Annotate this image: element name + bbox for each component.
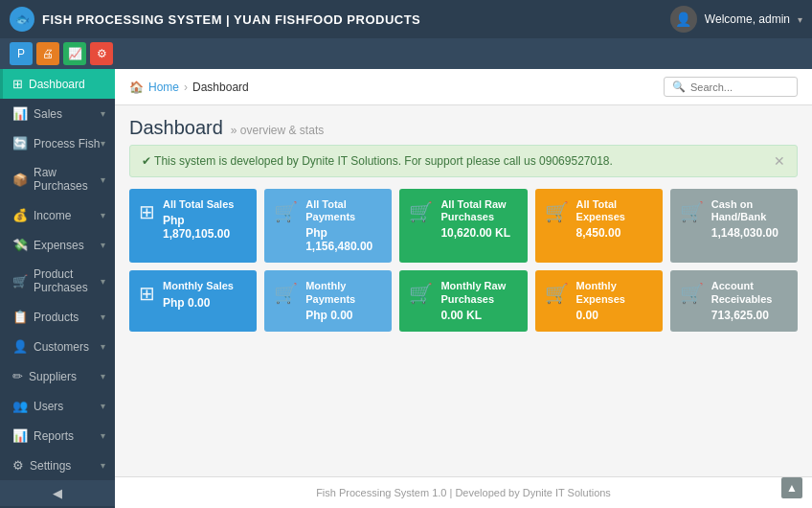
footer: Fish Processing System 1.0 | Developed b… [115,476,812,508]
page-subtitle: » overview & stats [231,124,324,137]
stat-value-total-raw-purchases: 10,620.00 KL [440,226,517,240]
user-dropdown-arrow[interactable]: ▾ [798,14,802,25]
sidebar-label-users: Users [34,400,63,413]
sidebar-item-settings[interactable]: ⚙ Settings ▾ [0,450,115,480]
sidebar-item-sales[interactable]: 📊 Sales ▾ [0,99,115,128]
sidebar-label-product-purchases: Product Purchases [34,267,101,294]
products-icon: 📋 [12,310,28,324]
footer-text: Fish Processing System 1.0 | Developed b… [316,487,611,498]
stat-card-monthly-sales[interactable]: ⊞ Monthly Sales Php 0.00 [129,270,257,331]
sidebar-collapse-button[interactable]: ◀ [0,480,115,506]
user-avatar: 👤 [670,6,697,33]
stat-value-total-sales: Php 1,870,105.00 [163,214,247,241]
products-arrow-icon: ▾ [101,312,105,322]
sidebar-label-dashboard: Dashboard [29,78,85,91]
home-icon: 🏠 [129,81,144,94]
stat-card-monthly-raw-purchases[interactable]: 🛒 Monthly Raw Purchases 0.00 KL [399,270,527,331]
stat-card-cash-on-hand[interactable]: 🛒 Cash on Hand/Bank 1,148,030.00 [670,189,798,263]
content-wrapper: 🏠 Home › Dashboard 🔍 Dashboard » overvie… [115,69,812,508]
sidebar-item-customers[interactable]: 👤 Customers ▾ [0,332,115,361]
income-arrow-icon: ▾ [101,210,105,220]
stat-label-monthly-sales: Monthly Sales [163,280,247,292]
stat-value-account-receivables: 713,625.00 [711,309,788,322]
toolbar-btn-chart[interactable]: 📈 [63,42,86,65]
raw-purchases-icon: 📦 [12,173,28,187]
sidebar-item-income[interactable]: 💰 Income ▾ [0,200,115,230]
process-fish-icon: 🔄 [12,136,28,150]
toolbar-btn-settings[interactable]: ⚙ [90,42,113,65]
alert-close-button[interactable]: ✕ [774,153,785,169]
stat-card-total-payments[interactable]: 🛒 All Total Payments Php 1,156,480.00 [264,189,392,263]
stat-icon-monthly-payments: 🛒 [274,282,298,305]
stat-value-monthly-raw-purchases: 0.00 KL [440,309,517,322]
stat-card-monthly-expenses[interactable]: 🛒 Monthly Expenses 0.00 [535,270,663,331]
sidebar-item-dashboard[interactable]: ⊞ Dashboard [0,69,115,99]
sidebar-label-process-fish: Process Fish [34,137,100,150]
settings-arrow-icon: ▾ [101,460,105,471]
breadcrumb-separator: › [184,81,188,94]
stat-card-total-expenses[interactable]: 🛒 All Total Expenses 8,450.00 [535,189,663,263]
top-bar-right: 👤 Welcome, admin ▾ [670,6,802,33]
sidebar-label-raw-purchases: Raw Purchases [34,166,101,193]
breadcrumb-bar: 🏠 Home › Dashboard 🔍 [115,69,812,105]
stat-icon-monthly-sales: ⊞ [139,282,155,305]
settings-icon: ⚙ [12,458,24,473]
stat-value-total-payments: Php 1,156,480.00 [305,226,382,253]
sidebar-item-reports[interactable]: 📊 Reports ▾ [0,421,115,450]
search-box[interactable]: 🔍 [664,77,798,97]
stat-card-account-receivables[interactable]: 🛒 Account Receivables 713,625.00 [670,270,798,331]
scroll-top-button[interactable]: ▲ [781,477,802,498]
logo-icon: 🐟 [10,7,34,32]
customers-icon: 👤 [12,339,28,354]
sidebar-label-suppliers: Suppliers [29,370,77,383]
stat-icon-monthly-expenses: 🛒 [545,282,569,305]
users-arrow-icon: ▾ [101,401,105,411]
product-purchases-arrow-icon: ▾ [101,276,105,287]
welcome-text: Welcome, admin [705,12,790,26]
sidebar-label-expenses: Expenses [34,239,84,252]
stat-icon-total-expenses: 🛒 [545,200,569,223]
stat-value-cash-on-hand: 1,148,030.00 [711,226,788,240]
search-icon: 🔍 [672,81,686,93]
toolbar-btn-p[interactable]: P [10,42,33,65]
app-title: FISH PROCESSING SYSTEM | YUAN FISHFOOD P… [42,12,420,27]
expenses-icon: 💸 [12,238,28,252]
icon-toolbar: P 🖨 📈 ⚙ [0,38,812,69]
stat-label-cash-on-hand: Cash on Hand/Bank [711,198,788,223]
sidebar-item-suppliers[interactable]: ✏ Suppliers ▾ [0,361,115,391]
suppliers-icon: ✏ [12,369,23,383]
stat-label-total-sales: All Total Sales [163,198,247,211]
stat-icon-cash-on-hand: 🛒 [680,200,704,223]
stat-card-total-sales[interactable]: ⊞ All Total Sales Php 1,870,105.00 [129,189,257,263]
sidebar-label-customers: Customers [34,340,89,354]
sidebar-label-settings: Settings [30,459,71,473]
stat-icon-total-raw-purchases: 🛒 [409,200,433,223]
sidebar-label-income: Income [34,209,71,222]
process-fish-arrow-icon: ▾ [101,138,105,149]
stat-card-total-raw-purchases[interactable]: 🛒 All Total Raw Purchases 10,620.00 KL [399,189,527,263]
sidebar-item-products[interactable]: 📋 Products ▾ [0,302,115,332]
page-title: Dashboard [129,117,223,139]
sidebar-item-product-purchases[interactable]: 🛒 Product Purchases ▾ [0,260,115,302]
stat-label-monthly-payments: Monthly Payments [305,280,382,305]
sidebar-item-raw-purchases[interactable]: 📦 Raw Purchases ▾ [0,158,115,200]
stat-value-monthly-sales: Php 0.00 [163,296,247,310]
sidebar-label-sales: Sales [34,107,62,121]
sidebar-item-users[interactable]: 👥 Users ▾ [0,391,115,421]
reports-icon: 📊 [12,428,28,443]
reports-arrow-icon: ▾ [101,430,105,441]
sidebar-label-products: Products [34,311,79,324]
dashboard-icon: ⊞ [12,77,23,91]
breadcrumb: 🏠 Home › Dashboard [129,81,249,94]
stats-row-1: ⊞ All Total Sales Php 1,870,105.00 🛒 All… [115,189,812,263]
breadcrumb-home[interactable]: Home [148,81,179,94]
sidebar-item-process-fish[interactable]: 🔄 Process Fish ▾ [0,128,115,158]
sidebar-item-expenses[interactable]: 💸 Expenses ▾ [0,230,115,260]
sales-arrow-icon: ▾ [101,108,105,119]
stat-card-monthly-payments[interactable]: 🛒 Monthly Payments Php 0.00 [264,270,392,331]
alert-message: ✔ This system is developed by Dynite IT … [142,154,613,168]
stat-label-account-receivables: Account Receivables [711,280,788,305]
search-input[interactable] [690,81,789,93]
users-icon: 👥 [12,399,28,413]
toolbar-btn-print[interactable]: 🖨 [36,42,59,65]
